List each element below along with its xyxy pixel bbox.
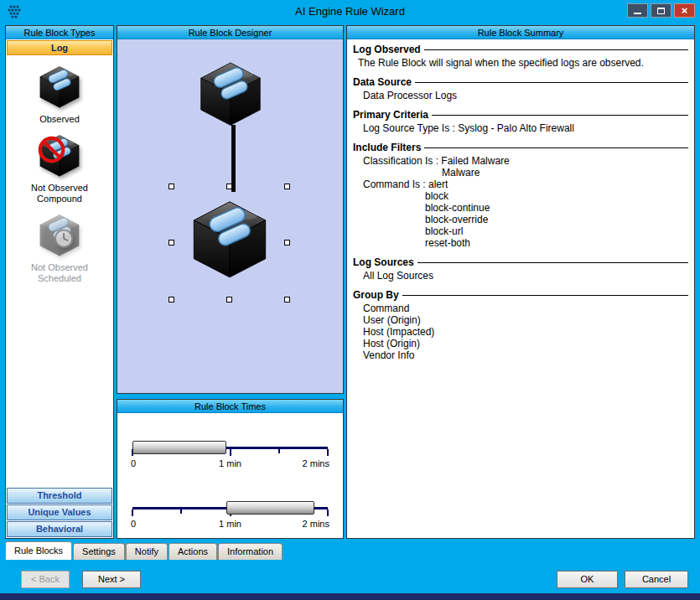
section-divider-line (432, 115, 688, 116)
designer-canvas[interactable] (117, 39, 343, 393)
threshold-category-button[interactable]: Threshold (7, 488, 112, 504)
tab-settings[interactable]: Settings (73, 543, 125, 560)
rule-block-type-not-observed-compound[interactable]: Not Observed Compound (6, 133, 113, 204)
summary-section-title: Data Source (353, 76, 412, 88)
tick-mark (278, 449, 280, 453)
rule-block-summary-header: Rule Block Summary (347, 26, 694, 39)
summary-line: block (353, 190, 688, 202)
selection-handle[interactable] (169, 184, 174, 189)
window-bottom-border (0, 593, 700, 600)
summary-line: block-url (353, 225, 688, 237)
close-icon: × (682, 4, 688, 17)
close-button[interactable]: × (674, 3, 695, 18)
section-divider-line (417, 262, 688, 263)
summary-line: Command Is : alert (353, 178, 688, 190)
summary-section-title: Include Filters (353, 142, 421, 153)
selection-handle[interactable] (169, 240, 174, 246)
section-divider-line (402, 295, 688, 296)
rule-block-times-panel: Rule Block Times 0 1 min 2 mins (117, 399, 344, 539)
wizard-tab-strip: Rule Blocks Settings Notify Actions Info… (5, 541, 283, 560)
rule-block-type-label: Not Observed Scheduled (31, 262, 88, 284)
tick-label: 2 mins (303, 458, 329, 468)
rule-block-designer-panel: Rule Block Designer (117, 25, 344, 394)
not-observed-cube-icon (36, 133, 83, 178)
summary-line: Data Processor Logs (353, 90, 688, 101)
tick-mark (327, 509, 329, 516)
rule-block-types-header: Rule Block Types (6, 26, 113, 39)
rule-block-type-label: Observed (39, 114, 80, 125)
tick-mark (230, 449, 231, 456)
summary-line: reset-both (353, 237, 688, 249)
designer-cube-selected-icon[interactable] (186, 198, 273, 280)
observed-cube-icon (36, 65, 83, 109)
time-slider-bar[interactable] (132, 441, 226, 454)
summary-line: Classification Is : Failed Malware (353, 155, 688, 167)
rule-block-type-not-observed-scheduled[interactable]: Not Observed Scheduled (6, 213, 113, 284)
unique-values-category-button[interactable]: Unique Values (7, 504, 112, 520)
scheduled-cube-icon (36, 213, 83, 257)
time-slider-2: 0 1 min 2 mins (131, 478, 329, 539)
window-title: AI Engine Rule Wizard (0, 5, 700, 18)
section-divider-line (415, 82, 688, 83)
tick-label: 1 min (219, 458, 241, 468)
summary-line: Log Source Type Is : Syslog - Palo Alto … (353, 122, 688, 134)
selection-handle[interactable] (284, 240, 290, 246)
window-controls: × (627, 3, 695, 18)
summary-section: Include FiltersClassification Is : Faile… (353, 142, 688, 249)
title-bar[interactable]: AI Engine Rule Wizard × (0, 0, 700, 23)
ai-engine-rule-wizard-window: AI Engine Rule Wizard × Rule Block Types… (0, 0, 700, 600)
section-divider-line (424, 147, 688, 148)
selection-handle[interactable] (284, 184, 290, 189)
summary-line: Vendor Info (353, 349, 688, 361)
minimize-icon (634, 13, 641, 14)
tab-information[interactable]: Information (218, 543, 283, 560)
rule-block-summary-panel: Rule Block Summary Log ObservedThe Rule … (346, 25, 695, 539)
selection-box[interactable] (171, 186, 288, 300)
selection-handle[interactable] (226, 184, 232, 189)
rule-block-times-header: Rule Block Times (117, 400, 343, 413)
minimize-button[interactable] (627, 3, 648, 18)
tab-actions[interactable]: Actions (169, 543, 217, 560)
maximize-icon (657, 8, 665, 14)
summary-line: The Rule Block will signal when the spec… (353, 57, 688, 69)
summary-line: Command (353, 303, 688, 314)
tick-mark (132, 509, 133, 516)
rule-block-type-label: Not Observed Compound (31, 183, 88, 204)
cancel-button[interactable]: Cancel (625, 571, 688, 588)
maximize-button[interactable] (651, 3, 671, 18)
summary-section-title: Log Sources (353, 256, 414, 268)
tick-label: 1 min (219, 519, 241, 529)
summary-line: All Log Sources (353, 270, 688, 282)
summary-line: block-continue (353, 202, 688, 214)
next-button[interactable]: Next > (82, 571, 141, 588)
rule-block-type-observed[interactable]: Observed (6, 65, 113, 125)
summary-section: Primary CriteriaLog Source Type Is : Sys… (353, 109, 688, 134)
left-panel-spacer (6, 284, 113, 487)
log-category-button[interactable]: Log (7, 40, 112, 55)
summary-section-title: Log Observed (353, 44, 421, 55)
designer-cube-top-icon[interactable] (194, 59, 267, 127)
summary-line: Host (Origin) (353, 338, 688, 349)
slider-ruler (132, 447, 328, 449)
rule-block-designer-header: Rule Block Designer (117, 26, 343, 39)
summary-section: Group ByCommandUser (Origin)Host (Impact… (353, 289, 688, 361)
selection-handle[interactable] (284, 297, 290, 303)
behavioral-category-button[interactable]: Behavioral (7, 521, 112, 537)
summary-section: Log ObservedThe Rule Block will signal w… (353, 44, 688, 69)
tick-mark (180, 509, 182, 514)
tab-rule-blocks[interactable]: Rule Blocks (5, 541, 72, 560)
summary-line: User (Origin) (353, 314, 688, 326)
summary-section: Log SourcesAll Log Sources (353, 256, 688, 282)
back-button[interactable]: < Back (21, 571, 70, 588)
summary-line: Host (Impacted) (353, 326, 688, 338)
time-slider-1: 0 1 min 2 mins (131, 418, 329, 478)
ok-button[interactable]: OK (557, 571, 618, 588)
summary-line: block-override (353, 214, 688, 225)
summary-section-title: Primary Criteria (353, 109, 428, 121)
tab-notify[interactable]: Notify (126, 543, 168, 560)
time-slider-bar[interactable] (226, 501, 314, 515)
selection-handle[interactable] (226, 297, 232, 303)
selection-handle[interactable] (169, 297, 174, 303)
tick-mark (327, 449, 329, 456)
block-connector-line (231, 125, 236, 192)
